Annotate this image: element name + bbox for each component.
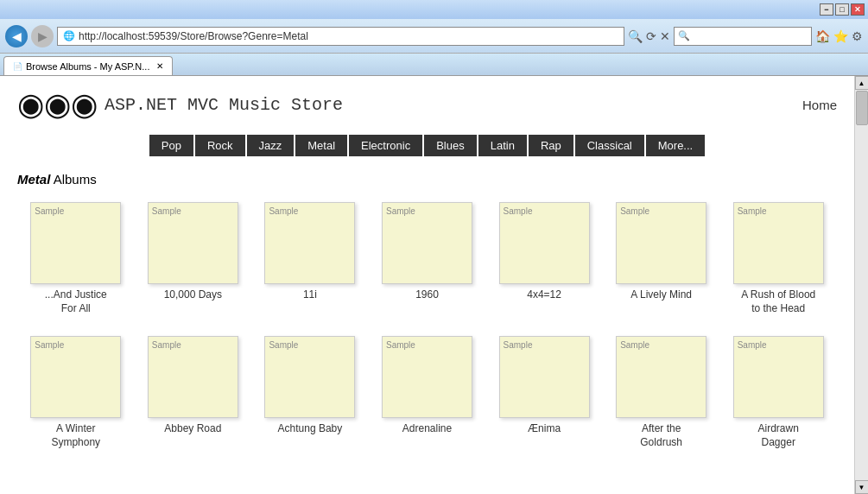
album-item-and-justice[interactable]: Sample ...And JusticeFor All <box>17 197 135 320</box>
album-title-abbey-road: Abbey Road <box>164 422 221 436</box>
album-cover-11i: Sample <box>264 202 355 284</box>
album-item-after-goldrush[interactable]: Sample After theGoldrush <box>603 331 720 454</box>
genre-jazz[interactable]: Jazz <box>247 135 295 156</box>
album-grid-row1: Sample ...And JusticeFor All Sample 10,0… <box>0 192 854 326</box>
album-cover-4x4: Sample <box>499 202 590 284</box>
album-title-adrenaline: Adrenaline <box>402 422 452 436</box>
scroll-up-button[interactable]: ▲ <box>855 76 869 90</box>
album-cover-label-14: Sample <box>738 340 767 350</box>
album-cover-rush-of-blood: Sample <box>733 202 824 284</box>
album-cover-aenima: Sample <box>499 336 590 418</box>
album-title-aenima: Ænima <box>528 422 561 436</box>
genre-rap[interactable]: Rap <box>529 135 573 156</box>
album-item-abbey-road[interactable]: Sample Abbey Road <box>135 331 252 454</box>
logo-icon: ◉◉◉ <box>17 86 98 123</box>
logo-area: ◉◉◉ ASP.NET MVC Music Store <box>17 86 343 123</box>
album-title-achtung-baby: Achtung Baby <box>278 422 343 436</box>
genre-classical[interactable]: Classical <box>575 135 644 156</box>
scrollbar: ▲ ▼ <box>854 76 868 494</box>
album-cover-label-11: Sample <box>386 340 415 350</box>
album-cover-label-6: Sample <box>620 206 649 216</box>
genre-pop[interactable]: Pop <box>149 135 193 156</box>
address-icon: 🌐 <box>63 30 75 41</box>
scroll-thumb[interactable] <box>856 91 868 125</box>
album-title-after-goldrush: After theGoldrush <box>640 422 682 449</box>
search-box[interactable]: 🔍 <box>674 27 812 46</box>
scroll-down-button[interactable]: ▼ <box>855 480 869 494</box>
album-item-achtung-baby[interactable]: Sample Achtung Baby <box>251 331 369 454</box>
album-cover-label-12: Sample <box>504 340 533 350</box>
page-content: ◉◉◉ ASP.NET MVC Music Store Home Pop Roc… <box>0 76 854 494</box>
genre-latin[interactable]: Latin <box>478 135 527 156</box>
genre-blues[interactable]: Blues <box>424 135 477 156</box>
album-cover-label-10: Sample <box>269 340 298 350</box>
genre-rock[interactable]: Rock <box>195 135 245 156</box>
window-chrome: − □ ✕ <box>0 0 868 19</box>
minimize-button[interactable]: − <box>820 3 833 16</box>
album-title-11i: 11i <box>303 288 317 302</box>
tab-bar: 📄 Browse Albums - My ASP.N... ✕ <box>0 54 868 76</box>
album-cover-label: Sample <box>35 206 64 216</box>
page-title-genre: Metal <box>17 172 50 187</box>
album-cover-airdrawn-dagger: Sample <box>733 336 824 418</box>
album-cover-label-4: Sample <box>386 206 415 216</box>
album-cover-label-5: Sample <box>504 206 533 216</box>
address-field[interactable]: 🌐 http://localhost:59539/Store/Browse?Ge… <box>57 27 624 46</box>
close-button[interactable]: ✕ <box>851 3 865 16</box>
address-bar: ◀ ▶ 🌐 http://localhost:59539/Store/Brows… <box>0 19 868 54</box>
forward-button[interactable]: ▶ <box>31 25 54 48</box>
refresh-icon[interactable]: ⟳ <box>646 29 656 43</box>
album-title-and-justice: ...And JusticeFor All <box>45 288 107 315</box>
genre-electronic[interactable]: Electronic <box>349 135 422 156</box>
album-cover-10000days: Sample <box>148 202 238 284</box>
active-tab[interactable]: 📄 Browse Albums - My ASP.N... ✕ <box>3 56 173 75</box>
album-title-rush-of-blood: A Rush of Bloodto the Head <box>741 288 815 315</box>
album-cover-label-7: Sample <box>738 206 767 216</box>
album-item-lively-mind[interactable]: Sample A Lively Mind <box>603 197 720 320</box>
page-container: ◉◉◉ ASP.NET MVC Music Store Home Pop Roc… <box>0 76 868 494</box>
album-cover-label-13: Sample <box>620 340 649 350</box>
album-title-winter-symphony: A WinterSymphony <box>51 422 100 449</box>
album-cover-abbey-road: Sample <box>148 336 238 418</box>
album-cover-label-2: Sample <box>152 206 181 216</box>
settings-icon[interactable]: ⚙ <box>852 29 863 43</box>
album-title-10000days: 10,000 Days <box>164 288 222 302</box>
site-header: ◉◉◉ ASP.NET MVC Music Store Home <box>0 76 854 128</box>
album-title-airdrawn-dagger: AirdrawnDagger <box>758 422 799 449</box>
tab-label: Browse Albums - My ASP.N... <box>26 61 149 72</box>
address-text: http://localhost:59539/Store/Browse?Genr… <box>79 30 308 42</box>
album-item-10000days[interactable]: Sample 10,000 Days <box>135 197 252 320</box>
maximize-button[interactable]: □ <box>835 3 849 16</box>
search-placeholder: 🔍 <box>678 30 690 41</box>
album-item-winter-symphony[interactable]: Sample A WinterSymphony <box>17 331 135 454</box>
tab-close-button[interactable]: ✕ <box>156 61 163 71</box>
favorites-icon[interactable]: ⭐ <box>833 29 848 43</box>
album-item-rush-of-blood[interactable]: Sample A Rush of Bloodto the Head <box>719 197 837 320</box>
page-title-suffix: Albums <box>50 172 96 187</box>
album-cover-after-goldrush: Sample <box>616 336 706 418</box>
genre-more[interactable]: More... <box>646 135 705 156</box>
genre-metal[interactable]: Metal <box>295 135 347 156</box>
home-link[interactable]: Home <box>802 98 837 112</box>
genre-nav: Pop Rock Jazz Metal Electronic Blues Lat… <box>0 128 854 163</box>
stop-icon[interactable]: ✕ <box>660 29 670 43</box>
album-cover-lively-mind: Sample <box>616 202 706 284</box>
tab-favicon: 📄 <box>13 62 22 71</box>
home-toolbar-icon[interactable]: 🏠 <box>815 29 830 43</box>
album-item-11i[interactable]: Sample 11i <box>251 197 369 320</box>
scroll-track[interactable] <box>855 90 868 480</box>
album-item-aenima[interactable]: Sample Ænima <box>485 331 603 454</box>
album-cover-label-9: Sample <box>152 340 181 350</box>
page-title: Metal Albums <box>0 163 854 192</box>
album-cover-label-3: Sample <box>269 206 298 216</box>
album-title-lively-mind: A Lively Mind <box>630 288 692 302</box>
album-title-1960: 1960 <box>415 288 439 302</box>
back-button[interactable]: ◀ <box>5 25 28 48</box>
album-cover-winter-symphony: Sample <box>30 336 121 418</box>
search-icon[interactable]: 🔍 <box>628 29 643 43</box>
album-item-4x4[interactable]: Sample 4x4=12 <box>485 197 603 320</box>
site-title: ASP.NET MVC Music Store <box>105 95 343 115</box>
album-item-adrenaline[interactable]: Sample Adrenaline <box>369 331 486 454</box>
album-item-airdrawn-dagger[interactable]: Sample AirdrawnDagger <box>719 331 837 454</box>
album-item-1960[interactable]: Sample 1960 <box>369 197 486 320</box>
